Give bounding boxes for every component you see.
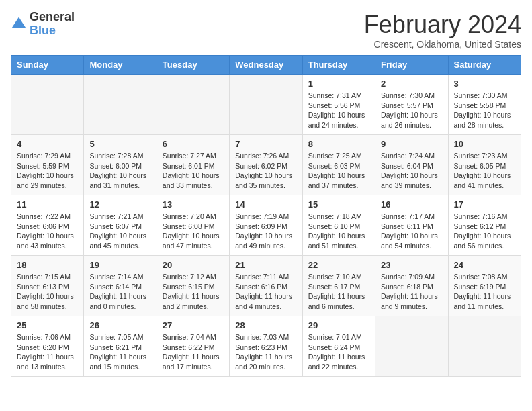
- day-number: 19: [89, 260, 150, 270]
- day-info: Sunrise: 7:12 AM Sunset: 6:15 PM Dayligh…: [163, 272, 224, 312]
- calendar-cell: 24Sunrise: 7:08 AM Sunset: 6:19 PM Dayli…: [448, 256, 521, 316]
- calendar-cell: 18Sunrise: 7:15 AM Sunset: 6:13 PM Dayli…: [11, 256, 84, 316]
- day-number: 16: [381, 199, 442, 210]
- day-number: 12: [89, 199, 150, 210]
- logo-blue: Blue: [30, 24, 75, 38]
- day-info: Sunrise: 7:03 AM Sunset: 6:23 PM Dayligh…: [235, 332, 296, 372]
- calendar-cell: 28Sunrise: 7:03 AM Sunset: 6:23 PM Dayli…: [230, 316, 302, 377]
- day-number: 25: [17, 320, 78, 330]
- day-info: Sunrise: 7:29 AM Sunset: 5:59 PM Dayligh…: [17, 151, 78, 191]
- svg-marker-0: [12, 17, 26, 28]
- logo-text: General Blue: [30, 11, 75, 38]
- day-info: Sunrise: 7:31 AM Sunset: 5:56 PM Dayligh…: [308, 91, 369, 130]
- calendar-cell: 15Sunrise: 7:18 AM Sunset: 6:10 PM Dayli…: [302, 195, 375, 256]
- col-friday: Friday: [375, 56, 448, 75]
- calendar-cell: 11Sunrise: 7:22 AM Sunset: 6:06 PM Dayli…: [11, 195, 84, 256]
- col-thursday: Thursday: [302, 56, 375, 75]
- calendar-cell: 1Sunrise: 7:31 AM Sunset: 5:56 PM Daylig…: [302, 75, 375, 135]
- calendar-week-4: 18Sunrise: 7:15 AM Sunset: 6:13 PM Dayli…: [11, 256, 521, 316]
- calendar-cell: [375, 316, 448, 377]
- col-tuesday: Tuesday: [157, 56, 229, 75]
- day-number: 21: [235, 260, 296, 270]
- day-info: Sunrise: 7:04 AM Sunset: 6:22 PM Dayligh…: [163, 332, 224, 372]
- day-number: 28: [235, 320, 296, 330]
- day-number: 9: [381, 139, 442, 149]
- calendar-cell: [157, 75, 229, 135]
- calendar-week-1: 1Sunrise: 7:31 AM Sunset: 5:56 PM Daylig…: [11, 75, 521, 135]
- calendar-cell: [230, 75, 302, 135]
- calendar-cell: 16Sunrise: 7:17 AM Sunset: 6:11 PM Dayli…: [375, 195, 448, 256]
- calendar-subtitle: Crescent, Oklahoma, United States: [364, 39, 521, 50]
- day-info: Sunrise: 7:10 AM Sunset: 6:17 PM Dayligh…: [308, 272, 369, 312]
- calendar-cell: 17Sunrise: 7:16 AM Sunset: 6:12 PM Dayli…: [448, 195, 521, 256]
- day-number: 11: [17, 199, 78, 210]
- day-info: Sunrise: 7:09 AM Sunset: 6:18 PM Dayligh…: [381, 272, 442, 312]
- day-info: Sunrise: 7:26 AM Sunset: 6:02 PM Dayligh…: [235, 151, 296, 191]
- day-number: 29: [308, 320, 369, 330]
- day-number: 2: [381, 79, 442, 89]
- day-info: Sunrise: 7:20 AM Sunset: 6:08 PM Dayligh…: [163, 212, 224, 251]
- day-info: Sunrise: 7:15 AM Sunset: 6:13 PM Dayligh…: [17, 272, 78, 312]
- header-row: Sunday Monday Tuesday Wednesday Thursday…: [11, 56, 521, 75]
- calendar-cell: 9Sunrise: 7:24 AM Sunset: 6:04 PM Daylig…: [375, 135, 448, 195]
- calendar-cell: 6Sunrise: 7:27 AM Sunset: 6:01 PM Daylig…: [157, 135, 229, 195]
- day-info: Sunrise: 7:16 AM Sunset: 6:12 PM Dayligh…: [454, 212, 515, 251]
- calendar-cell: 29Sunrise: 7:01 AM Sunset: 6:24 PM Dayli…: [302, 316, 375, 377]
- day-number: 5: [89, 139, 150, 149]
- day-number: 23: [381, 260, 442, 270]
- day-info: Sunrise: 7:11 AM Sunset: 6:16 PM Dayligh…: [235, 272, 296, 312]
- day-number: 15: [308, 199, 369, 210]
- calendar-cell: 2Sunrise: 7:30 AM Sunset: 5:57 PM Daylig…: [375, 75, 448, 135]
- day-number: 10: [454, 139, 515, 149]
- calendar-cell: 22Sunrise: 7:10 AM Sunset: 6:17 PM Dayli…: [302, 256, 375, 316]
- day-number: 7: [235, 139, 296, 149]
- calendar-cell: 27Sunrise: 7:04 AM Sunset: 6:22 PM Dayli…: [157, 316, 229, 377]
- calendar-cell: 5Sunrise: 7:28 AM Sunset: 6:00 PM Daylig…: [84, 135, 157, 195]
- calendar-cell: 14Sunrise: 7:19 AM Sunset: 6:09 PM Dayli…: [230, 195, 302, 256]
- calendar-week-2: 4Sunrise: 7:29 AM Sunset: 5:59 PM Daylig…: [11, 135, 521, 195]
- col-wednesday: Wednesday: [230, 56, 302, 75]
- title-area: February 2024 Crescent, Oklahoma, United…: [364, 11, 521, 50]
- day-info: Sunrise: 7:24 AM Sunset: 6:04 PM Dayligh…: [381, 151, 442, 191]
- calendar-table: Sunday Monday Tuesday Wednesday Thursday…: [11, 55, 521, 377]
- logo: General Blue: [11, 11, 75, 38]
- logo-icon: [11, 16, 27, 32]
- day-number: 18: [17, 260, 78, 270]
- day-number: 13: [163, 199, 224, 210]
- day-number: 8: [308, 139, 369, 149]
- calendar-cell: [11, 75, 84, 135]
- day-info: Sunrise: 7:17 AM Sunset: 6:11 PM Dayligh…: [381, 212, 442, 251]
- day-number: 24: [454, 260, 515, 270]
- calendar-cell: [84, 75, 157, 135]
- calendar-cell: 12Sunrise: 7:21 AM Sunset: 6:07 PM Dayli…: [84, 195, 157, 256]
- day-info: Sunrise: 7:23 AM Sunset: 6:05 PM Dayligh…: [454, 151, 515, 191]
- header: General Blue February 2024 Crescent, Okl…: [11, 11, 521, 50]
- day-number: 3: [454, 79, 515, 89]
- day-number: 14: [235, 199, 296, 210]
- calendar-body: 1Sunrise: 7:31 AM Sunset: 5:56 PM Daylig…: [11, 75, 521, 377]
- day-info: Sunrise: 7:27 AM Sunset: 6:01 PM Dayligh…: [163, 151, 224, 191]
- day-number: 27: [163, 320, 224, 330]
- day-number: 20: [163, 260, 224, 270]
- day-info: Sunrise: 7:18 AM Sunset: 6:10 PM Dayligh…: [308, 212, 369, 251]
- calendar-cell: 23Sunrise: 7:09 AM Sunset: 6:18 PM Dayli…: [375, 256, 448, 316]
- calendar-cell: 3Sunrise: 7:30 AM Sunset: 5:58 PM Daylig…: [448, 75, 521, 135]
- day-info: Sunrise: 7:14 AM Sunset: 6:14 PM Dayligh…: [89, 272, 150, 312]
- day-info: Sunrise: 7:05 AM Sunset: 6:21 PM Dayligh…: [89, 332, 150, 372]
- calendar-title: February 2024: [364, 11, 521, 39]
- day-info: Sunrise: 7:25 AM Sunset: 6:03 PM Dayligh…: [308, 151, 369, 191]
- day-info: Sunrise: 7:08 AM Sunset: 6:19 PM Dayligh…: [454, 272, 515, 312]
- col-sunday: Sunday: [11, 56, 84, 75]
- day-number: 6: [163, 139, 224, 149]
- day-info: Sunrise: 7:30 AM Sunset: 5:57 PM Dayligh…: [381, 91, 442, 130]
- day-number: 22: [308, 260, 369, 270]
- col-saturday: Saturday: [448, 56, 521, 75]
- day-number: 1: [308, 79, 369, 89]
- calendar-cell: 26Sunrise: 7:05 AM Sunset: 6:21 PM Dayli…: [84, 316, 157, 377]
- calendar-week-5: 25Sunrise: 7:06 AM Sunset: 6:20 PM Dayli…: [11, 316, 521, 377]
- logo-general: General: [30, 11, 75, 24]
- calendar-cell: 10Sunrise: 7:23 AM Sunset: 6:05 PM Dayli…: [448, 135, 521, 195]
- day-number: 26: [89, 320, 150, 330]
- calendar-cell: 25Sunrise: 7:06 AM Sunset: 6:20 PM Dayli…: [11, 316, 84, 377]
- calendar-week-3: 11Sunrise: 7:22 AM Sunset: 6:06 PM Dayli…: [11, 195, 521, 256]
